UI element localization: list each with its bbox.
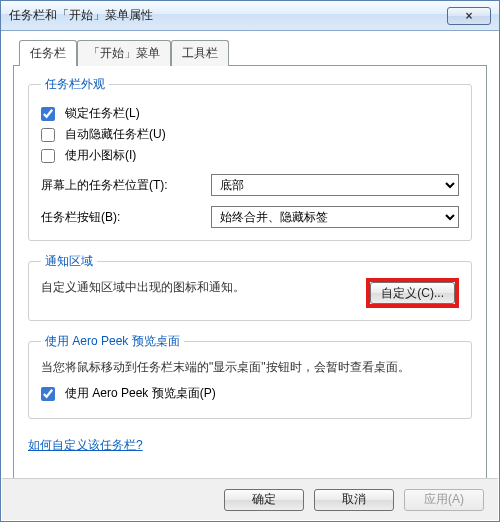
close-icon: ×	[465, 9, 472, 23]
help-link[interactable]: 如何自定义该任务栏?	[28, 437, 143, 454]
tab-label: 任务栏	[30, 46, 66, 60]
checkbox-row-small-icons[interactable]: 使用小图标(I)	[41, 147, 459, 164]
checkbox-aero-peek[interactable]	[41, 387, 55, 401]
tab-start-menu[interactable]: 「开始」菜单	[77, 40, 171, 66]
customize-button[interactable]: 自定义(C)...	[370, 282, 455, 304]
checkbox-row-autohide[interactable]: 自动隐藏任务栏(U)	[41, 126, 459, 143]
label-taskbar-buttons: 任务栏按钮(B):	[41, 209, 211, 226]
group-legend: 使用 Aero Peek 预览桌面	[41, 333, 184, 350]
checkbox-small-icons[interactable]	[41, 149, 55, 163]
highlight-annotation: 自定义(C)...	[366, 278, 459, 308]
apply-button[interactable]: 应用(A)	[404, 489, 484, 511]
checkbox-label: 使用 Aero Peek 预览桌面(P)	[65, 385, 216, 402]
group-notification-area: 通知区域 自定义通知区域中出现的图标和通知。 自定义(C)...	[28, 253, 472, 321]
window-title: 任务栏和「开始」菜单属性	[9, 7, 447, 24]
tab-taskbar[interactable]: 任务栏	[19, 40, 77, 66]
select-taskbar-buttons[interactable]: 始终合并、隐藏标签	[211, 206, 459, 228]
select-taskbar-position[interactable]: 底部	[211, 174, 459, 196]
ok-button[interactable]: 确定	[224, 489, 304, 511]
button-label: 应用(A)	[424, 491, 464, 508]
dialog-body: 任务栏 「开始」菜单 工具栏 任务栏外观 锁定任务栏(L) 自动隐藏任务栏(U)	[1, 31, 499, 485]
row-taskbar-buttons: 任务栏按钮(B): 始终合并、隐藏标签	[41, 206, 459, 228]
label-taskbar-position: 屏幕上的任务栏位置(T):	[41, 177, 211, 194]
checkbox-label: 锁定任务栏(L)	[65, 105, 140, 122]
tab-panel-taskbar: 任务栏外观 锁定任务栏(L) 自动隐藏任务栏(U) 使用小图标(I) 屏幕上的任…	[13, 65, 487, 485]
checkbox-autohide[interactable]	[41, 128, 55, 142]
notification-row: 自定义通知区域中出现的图标和通知。 自定义(C)...	[41, 278, 459, 308]
dialog-footer: 确定 取消 应用(A)	[2, 478, 498, 520]
group-aero-peek: 使用 Aero Peek 预览桌面 当您将鼠标移动到任务栏末端的"显示桌面"按钮…	[28, 333, 472, 419]
dialog-window: 任务栏和「开始」菜单属性 × 任务栏 「开始」菜单 工具栏 任务栏外观 锁定任务…	[0, 0, 500, 522]
group-legend: 任务栏外观	[41, 76, 109, 93]
title-bar: 任务栏和「开始」菜单属性 ×	[1, 1, 499, 31]
tab-label: 工具栏	[182, 46, 218, 60]
checkbox-label: 使用小图标(I)	[65, 147, 136, 164]
group-appearance: 任务栏外观 锁定任务栏(L) 自动隐藏任务栏(U) 使用小图标(I) 屏幕上的任…	[28, 76, 472, 241]
cancel-button[interactable]: 取消	[314, 489, 394, 511]
close-button[interactable]: ×	[447, 7, 491, 25]
aero-description: 当您将鼠标移动到任务栏末端的"显示桌面"按钮时，会暂时查看桌面。	[41, 358, 459, 377]
button-label: 取消	[342, 491, 366, 508]
button-label: 自定义(C)...	[381, 285, 444, 302]
group-legend: 通知区域	[41, 253, 97, 270]
tab-strip: 任务栏 「开始」菜单 工具栏	[19, 40, 487, 66]
tab-label: 「开始」菜单	[88, 46, 160, 60]
notification-description: 自定义通知区域中出现的图标和通知。	[41, 278, 245, 297]
checkbox-lock-taskbar[interactable]	[41, 107, 55, 121]
row-taskbar-position: 屏幕上的任务栏位置(T): 底部	[41, 174, 459, 196]
checkbox-row-lock[interactable]: 锁定任务栏(L)	[41, 105, 459, 122]
checkbox-label: 自动隐藏任务栏(U)	[65, 126, 166, 143]
tab-toolbars[interactable]: 工具栏	[171, 40, 229, 66]
checkbox-row-aero-peek[interactable]: 使用 Aero Peek 预览桌面(P)	[41, 385, 459, 402]
button-label: 确定	[252, 491, 276, 508]
